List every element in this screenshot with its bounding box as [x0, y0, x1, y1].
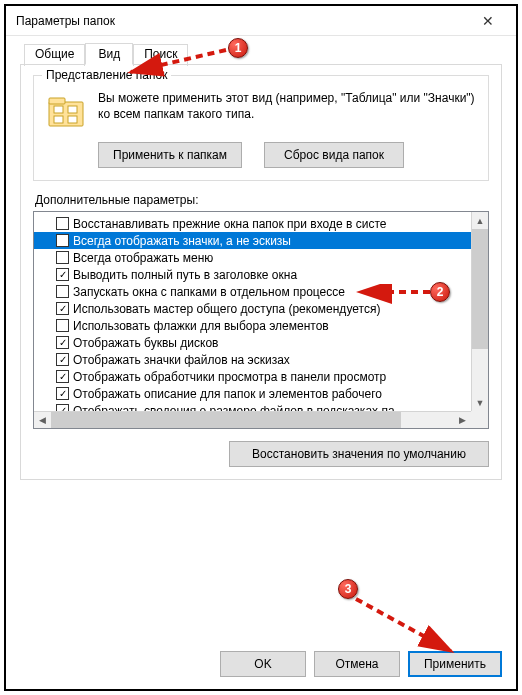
- advanced-setting-item[interactable]: Всегда отображать меню: [34, 249, 488, 266]
- apply-to-folders-button[interactable]: Применить к папкам: [98, 142, 242, 168]
- advanced-setting-item[interactable]: ✓Отображать обработчики просмотра в пане…: [34, 368, 488, 385]
- advanced-setting-item[interactable]: ✓Отображать буквы дисков: [34, 334, 488, 351]
- checkbox-icon[interactable]: [56, 251, 69, 264]
- checkbox-icon[interactable]: ✓: [56, 370, 69, 383]
- vscroll-thumb[interactable]: [472, 229, 488, 349]
- tab-panel-view: Представление папок Вы можете применить …: [20, 64, 502, 480]
- svg-rect-2: [54, 106, 63, 113]
- ok-button[interactable]: OK: [220, 651, 306, 677]
- scroll-left-icon[interactable]: ◀: [34, 412, 51, 428]
- tab-strip: Общие Вид Поиск: [24, 42, 502, 64]
- advanced-setting-label: Всегда отображать меню: [73, 251, 213, 265]
- advanced-setting-item[interactable]: Восстанавливать прежние окна папок при в…: [34, 215, 488, 232]
- advanced-setting-label: Запускать окна с папками в отдельном про…: [73, 285, 345, 299]
- advanced-settings-label: Дополнительные параметры:: [35, 193, 489, 207]
- checkbox-icon[interactable]: ✓: [56, 302, 69, 315]
- close-button[interactable]: ✕: [468, 7, 508, 35]
- advanced-setting-item[interactable]: Запускать окна с папками в отдельном про…: [34, 283, 488, 300]
- svg-rect-5: [68, 116, 77, 123]
- scroll-down-icon[interactable]: ▼: [472, 394, 488, 411]
- checkbox-icon[interactable]: ✓: [56, 353, 69, 366]
- hscroll-thumb[interactable]: [51, 412, 401, 428]
- advanced-setting-item[interactable]: ✓Выводить полный путь в заголовке окна: [34, 266, 488, 283]
- advanced-setting-label: Восстанавливать прежние окна папок при в…: [73, 217, 386, 231]
- svg-rect-1: [49, 98, 65, 104]
- checkbox-icon[interactable]: [56, 234, 69, 247]
- annotation-badge-3: 3: [338, 579, 358, 599]
- advanced-setting-label: Отображать значки файлов на эскизах: [73, 353, 290, 367]
- svg-rect-3: [68, 106, 77, 113]
- checkbox-icon[interactable]: ✓: [56, 336, 69, 349]
- titlebar: Параметры папок ✕: [6, 6, 516, 36]
- checkbox-icon[interactable]: [56, 285, 69, 298]
- annotation-badge-1: 1: [228, 38, 248, 58]
- checkbox-icon[interactable]: ✓: [56, 268, 69, 281]
- advanced-settings-list[interactable]: Восстанавливать прежние окна папок при в…: [33, 211, 489, 429]
- advanced-setting-item[interactable]: ✓Использовать мастер общего доступа (рек…: [34, 300, 488, 317]
- window-title: Параметры папок: [16, 14, 115, 28]
- advanced-setting-item[interactable]: ✓Отображать значки файлов на эскизах: [34, 351, 488, 368]
- folder-views-description: Вы можете применить этот вид (например, …: [98, 90, 476, 132]
- reset-folders-button[interactable]: Сброс вида папок: [264, 142, 404, 168]
- vertical-scrollbar[interactable]: ▲ ▼: [471, 212, 488, 411]
- tab-search[interactable]: Поиск: [133, 44, 188, 66]
- advanced-setting-item[interactable]: ✓Отображать описание для папок и элемент…: [34, 385, 488, 402]
- advanced-setting-label: Всегда отображать значки, а не эскизы: [73, 234, 291, 248]
- svg-rect-4: [54, 116, 63, 123]
- advanced-setting-item[interactable]: Всегда отображать значки, а не эскизы: [34, 232, 488, 249]
- tab-general[interactable]: Общие: [24, 44, 85, 66]
- scroll-right-icon[interactable]: ▶: [454, 412, 471, 428]
- advanced-setting-item[interactable]: Использовать флажки для выбора элементов: [34, 317, 488, 334]
- advanced-setting-label: Отображать обработчики просмотра в панел…: [73, 370, 386, 384]
- horizontal-scrollbar[interactable]: ◀ ▶: [34, 411, 471, 428]
- checkbox-icon[interactable]: [56, 319, 69, 332]
- cancel-button[interactable]: Отмена: [314, 651, 400, 677]
- checkbox-icon[interactable]: [56, 217, 69, 230]
- dialog-buttons: OK Отмена Применить: [6, 651, 516, 689]
- tab-view[interactable]: Вид: [85, 43, 133, 65]
- svg-line-8: [356, 599, 451, 651]
- folder-views-title: Представление папок: [42, 68, 171, 82]
- scroll-corner: [471, 411, 488, 428]
- advanced-setting-label: Отображать буквы дисков: [73, 336, 218, 350]
- advanced-setting-label: Выводить полный путь в заголовке окна: [73, 268, 297, 282]
- folder-views-group: Представление папок Вы можете применить …: [33, 75, 489, 181]
- close-icon: ✕: [482, 13, 494, 29]
- annotation-badge-2: 2: [430, 282, 450, 302]
- restore-defaults-button[interactable]: Восстановить значения по умолчанию: [229, 441, 489, 467]
- scroll-up-icon[interactable]: ▲: [472, 212, 488, 229]
- checkbox-icon[interactable]: ✓: [56, 387, 69, 400]
- advanced-setting-label: Использовать мастер общего доступа (реко…: [73, 302, 380, 316]
- advanced-setting-label: Использовать флажки для выбора элементов: [73, 319, 329, 333]
- apply-button[interactable]: Применить: [408, 651, 502, 677]
- folder-icon: [46, 92, 86, 132]
- advanced-setting-label: Отображать описание для папок и элементо…: [73, 387, 382, 401]
